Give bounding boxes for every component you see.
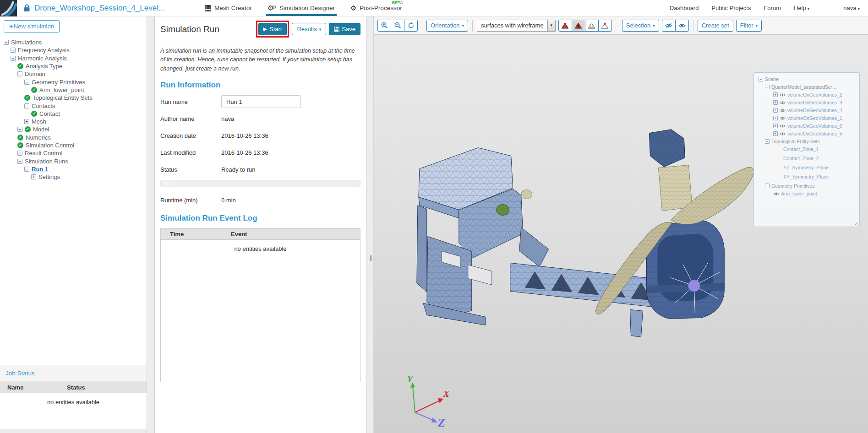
tree-expander-icon[interactable]: + <box>773 100 778 105</box>
nav-link-dashboard[interactable]: Dashboard <box>670 5 699 11</box>
tree-expander-icon[interactable]: + <box>773 124 778 128</box>
tree-expander-icon[interactable]: − <box>765 184 770 188</box>
filter-button[interactable]: Filter▾ <box>736 20 762 32</box>
eye-icon[interactable] <box>780 93 786 97</box>
scene-item-label[interactable]: volumeOnGeoVolumes_1 <box>787 115 842 121</box>
tree-expander-icon[interactable]: + <box>773 108 778 113</box>
tree-item-label[interactable]: Contacts <box>32 103 55 109</box>
tree-item-label[interactable]: Result Control <box>25 150 62 157</box>
tree-expander-icon[interactable]: − <box>24 103 29 108</box>
app-logo-icon[interactable] <box>0 0 17 16</box>
scene-item-label[interactable]: Topological Entity Sets <box>771 139 820 144</box>
zoom-in-button[interactable] <box>377 20 391 32</box>
tree-expander-icon[interactable]: − <box>759 77 763 81</box>
scene-item-label[interactable]: YZ_Symmetry_Plane <box>783 165 829 170</box>
run-name-input[interactable] <box>221 95 301 108</box>
eye-icon[interactable] <box>780 108 786 113</box>
panel-splitter-handle[interactable]: ║ <box>369 255 372 260</box>
scene-item-label[interactable]: QuarterModel_separatedScr… <box>771 84 837 90</box>
tree-item-label[interactable]: Simulations <box>11 39 42 46</box>
eye-icon[interactable] <box>780 101 786 105</box>
tree-item-label[interactable]: Geometry Primitives <box>32 79 85 86</box>
start-button[interactable]: ▶ Start <box>258 23 287 35</box>
tab-simulation-designer[interactable]: ⚙⚙ Simulation Designer <box>267 0 335 16</box>
render-wireframe-button[interactable] <box>585 20 599 32</box>
panel-resize-grip[interactable] <box>854 222 858 226</box>
tree-item-label[interactable]: Mesh <box>32 118 46 125</box>
tree-item-label[interactable]: Analysis Type <box>26 63 62 70</box>
tree-item-label[interactable]: Frequency Analysis <box>18 47 70 54</box>
tree-expander-icon[interactable]: − <box>4 40 9 45</box>
tree-expander-icon[interactable]: − <box>24 80 29 85</box>
tree-item-label[interactable]: Arm_lower_point <box>39 87 84 93</box>
tree-expander-icon[interactable]: − <box>17 159 22 164</box>
tree-expander-icon[interactable]: + <box>773 116 778 120</box>
tree-item-label[interactable]: Run 1 <box>32 166 48 173</box>
scene-item-label[interactable]: volumeOnGeoVolumes_4 <box>787 108 842 113</box>
tree-item-label[interactable]: Settings <box>38 173 60 180</box>
nav-link-public-projects[interactable]: Public Projects <box>711 5 751 11</box>
scene-item-label[interactable]: volumeOnGeoVolumes_3 <box>787 100 842 105</box>
wireframe-triangle-icon <box>588 22 595 29</box>
user-menu[interactable]: nava▾ <box>843 5 860 11</box>
tree-item-label[interactable]: Contact <box>39 110 60 117</box>
tree-expander-icon[interactable]: + <box>773 131 778 136</box>
scene-item-label[interactable]: Arm_lower_point <box>781 191 817 196</box>
sidebar-scrollbar[interactable] <box>0 429 147 433</box>
hide-selection-button[interactable] <box>662 20 676 32</box>
tree-expander-icon[interactable]: + <box>31 174 36 179</box>
help-menu[interactable]: Help▾ <box>794 5 809 11</box>
tab-mesh-creator[interactable]: Mesh Creator <box>205 0 252 16</box>
orientation-button[interactable]: Orientation▾ <box>426 20 468 32</box>
render-surface-wireframe-button[interactable] <box>572 20 585 32</box>
zoom-out-button[interactable] <box>391 20 404 32</box>
tree-item-label[interactable]: Simulation Control <box>26 142 74 149</box>
tree-item-label[interactable]: Numerics <box>26 134 51 141</box>
scene-tree-row: +volumeOnGeoVolumes_4 <box>754 108 859 113</box>
scene-item-label[interactable]: XY_Symmetry_Plane <box>783 174 829 179</box>
display-mode-select[interactable]: surfaces with wireframe ▼ <box>477 20 556 32</box>
results-button[interactable]: Results ▾ <box>292 23 326 35</box>
scene-item-label[interactable]: Contact_Zone_1 <box>783 146 819 152</box>
scene-item-label[interactable]: Contact_Zone_2 <box>783 156 819 161</box>
nav-link-forum[interactable]: Forum <box>764 5 781 11</box>
create-set-button[interactable]: Create set <box>698 20 733 32</box>
eye-icon[interactable] <box>780 116 786 120</box>
tree-expander-icon[interactable]: − <box>765 85 770 89</box>
viewport-canvas[interactable]: −Scene−QuarterModel_separatedScr…+volume… <box>374 35 868 433</box>
tree-item-label[interactable]: Model <box>33 126 49 133</box>
tree-item-label[interactable]: Simulation Runs <box>25 158 68 165</box>
tree-expander-icon[interactable]: − <box>765 139 770 144</box>
tree-item-label[interactable]: Harmonic Analysis <box>18 55 67 62</box>
eye-icon[interactable] <box>780 124 786 128</box>
tree-expander-icon[interactable]: + <box>773 92 778 97</box>
tree-expander-icon[interactable]: − <box>17 71 22 76</box>
scene-item-label[interactable]: Scene <box>765 76 779 82</box>
show-selection-button[interactable] <box>675 20 689 32</box>
scene-item-label[interactable]: volumeOnGeoVolumes_5 <box>787 131 842 136</box>
tree-expander-icon[interactable]: + <box>17 151 22 156</box>
scene-item-label[interactable]: volumeOnGeoVolumes_2 <box>787 92 842 97</box>
save-button[interactable]: Save <box>329 23 360 35</box>
tree-item-label[interactable]: Topological Entity Sets <box>33 94 93 101</box>
eye-icon[interactable] <box>780 132 786 136</box>
render-solid-button[interactable] <box>558 20 572 32</box>
selection-button[interactable]: Selection▾ <box>622 20 659 32</box>
axis-x-label: X <box>443 389 450 399</box>
tree-expander-icon[interactable]: + <box>11 48 16 53</box>
eye-icon <box>678 23 686 28</box>
tab-post-processor[interactable]: ⚙ Post-Processor BETA <box>350 0 402 16</box>
render-points-button[interactable] <box>598 20 612 32</box>
scene-item-label[interactable]: volumeOnGeoVolumes_0 <box>787 123 842 129</box>
eye-icon[interactable] <box>773 192 779 196</box>
scene-item-label[interactable]: Geometry Primitives <box>771 183 815 189</box>
tree-expander-icon[interactable]: + <box>24 119 29 124</box>
field-value: nava <box>221 115 234 122</box>
tree-item-label[interactable]: Domain <box>25 70 45 77</box>
refresh-view-button[interactable] <box>404 20 418 32</box>
tree-expander-icon[interactable]: + <box>17 127 22 132</box>
project-title[interactable]: Drone_Workshop_Session_4_Level... <box>34 4 165 13</box>
tree-expander-icon[interactable]: − <box>24 167 29 172</box>
new-simulation-button[interactable]: +New simulation <box>4 20 60 32</box>
tree-expander-icon[interactable]: − <box>11 56 16 61</box>
